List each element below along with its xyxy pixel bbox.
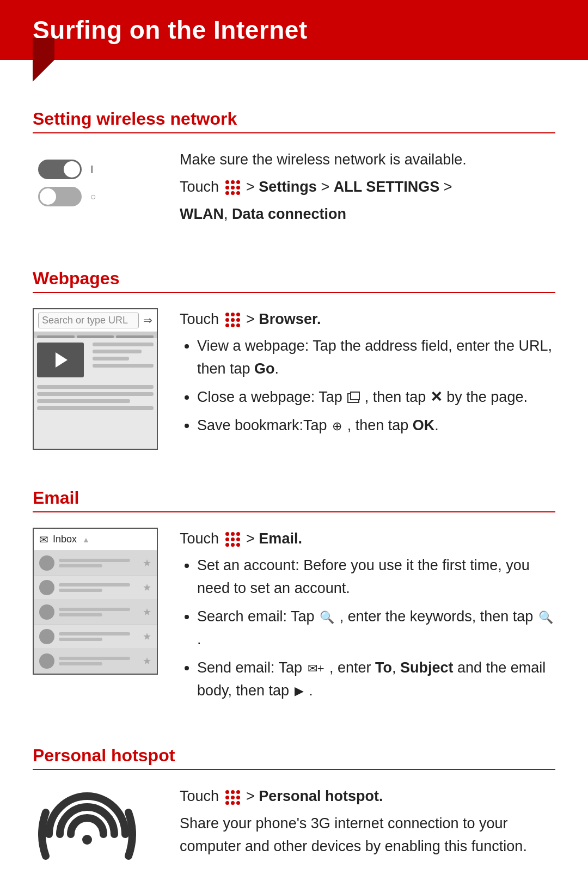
webpages-bullet-1: View a webpage: Tap the address field, e… bbox=[197, 335, 555, 381]
email-bullets: Set an account: Before you use it the fi… bbox=[180, 554, 555, 702]
play-button-icon bbox=[56, 352, 68, 368]
compose-icon: ✉+ bbox=[308, 659, 324, 678]
email-avatar-2 bbox=[39, 580, 54, 595]
apps-grid-icon-4 bbox=[225, 790, 240, 805]
browser-go-arrow: ⇒ bbox=[143, 314, 152, 327]
page-header: Surfing on the Internet bbox=[0, 0, 588, 60]
svg-point-0 bbox=[82, 835, 92, 845]
email-star-1: ★ bbox=[143, 557, 151, 569]
email-row-3: ★ bbox=[34, 600, 157, 625]
wireless-instruction: Touch > Settings > ALL SETTINGS > bbox=[180, 176, 555, 199]
email-bullet-1: Set an account: Before you use it the fi… bbox=[197, 554, 555, 600]
email-divider bbox=[33, 511, 555, 512]
email-lines-3 bbox=[59, 608, 138, 616]
header-triangle-decoration bbox=[33, 38, 54, 82]
hotspot-description: Share your phone's 3G internet connectio… bbox=[180, 812, 555, 858]
email-star-2: ★ bbox=[143, 582, 151, 594]
apps-grid-icon-3 bbox=[225, 532, 240, 547]
email-instruction: Touch > Email. bbox=[180, 528, 555, 551]
email-text: Touch > Email. Set an account: Before yo… bbox=[180, 528, 555, 708]
webpages-content: Search or type URL ⇒ bbox=[33, 308, 555, 450]
envelope-icon: ✉ bbox=[39, 533, 48, 546]
webpages-section: Webpages Search or type URL ⇒ bbox=[0, 247, 588, 466]
toggle-off-label: ○ bbox=[90, 191, 96, 203]
email-illustration: ✉ Inbox ▲ ★ bbox=[33, 528, 158, 675]
email-section: Email ✉ Inbox ▲ ★ bbox=[0, 466, 588, 724]
email-avatar-3 bbox=[39, 604, 54, 620]
wireless-desc: Make sure the wireless network is availa… bbox=[180, 149, 555, 172]
tabs-icon bbox=[347, 393, 359, 403]
hotspot-divider bbox=[33, 769, 555, 770]
send-icon: ▶ bbox=[295, 682, 304, 700]
browser-content bbox=[34, 338, 157, 418]
hotspot-svg-icon bbox=[38, 791, 136, 867]
toggle-illustration: I ○ bbox=[33, 149, 158, 217]
email-star-5: ★ bbox=[143, 655, 151, 667]
search-icon: 🔍 bbox=[320, 608, 334, 627]
email-avatar-4 bbox=[39, 629, 54, 644]
toggle-on-knob bbox=[64, 161, 80, 178]
hotspot-text: Touch > Personal hotspot. Share your pho… bbox=[180, 785, 555, 863]
wireless-path-bold: WLAN, Data connection bbox=[180, 203, 555, 226]
search-icon-2: 🔍 bbox=[538, 608, 553, 627]
email-section-title: Email bbox=[33, 488, 555, 508]
email-lines-2 bbox=[59, 583, 138, 592]
email-row-1: ★ bbox=[34, 551, 157, 576]
email-bullet-2: Search email: Tap 🔍 , enter the keywords… bbox=[197, 606, 555, 651]
browser-bottom-lines bbox=[37, 385, 154, 410]
email-row-5: ★ bbox=[34, 649, 157, 674]
email-row-4: ★ bbox=[34, 625, 157, 649]
email-inbox-header: ✉ Inbox ▲ bbox=[34, 529, 157, 551]
inbox-arrow: ▲ bbox=[82, 535, 90, 544]
webpages-bullets: View a webpage: Tap the address field, e… bbox=[180, 335, 555, 437]
webpages-section-title: Webpages bbox=[33, 268, 555, 289]
browser-mockup: Search or type URL ⇒ bbox=[33, 308, 158, 450]
browser-illustration: Search or type URL ⇒ bbox=[33, 308, 158, 450]
browser-url-field: Search or type URL bbox=[38, 313, 139, 328]
email-star-4: ★ bbox=[143, 631, 151, 643]
email-avatar-1 bbox=[39, 555, 54, 571]
inbox-label: Inbox bbox=[53, 534, 77, 545]
webpages-divider bbox=[33, 292, 555, 293]
hotspot-section-title: Personal hotspot bbox=[33, 745, 555, 766]
browser-video-thumb bbox=[37, 343, 84, 377]
hotspot-instruction: Touch > Personal hotspot. bbox=[180, 785, 555, 808]
email-bullet-3: Send email: Tap ✉+ , enter To, Subject a… bbox=[197, 657, 555, 702]
toggle-on-track bbox=[38, 160, 82, 179]
webpages-bullet-3: Save bookmark:Tap ⊕ , then tap OK. bbox=[197, 414, 555, 437]
wireless-text: Make sure the wireless network is availa… bbox=[180, 149, 555, 230]
toggle-off-knob bbox=[40, 188, 56, 205]
wireless-content: I ○ Make sure the wireless network is av… bbox=[33, 149, 555, 230]
browser-text-lines bbox=[93, 343, 154, 380]
webpages-bullet-2: Close a webpage: Tap , then tap ✕ by the… bbox=[197, 386, 555, 409]
webpages-text: Touch > Browser. View a webpage: Tap the… bbox=[180, 308, 555, 443]
email-avatar-5 bbox=[39, 653, 54, 669]
wireless-section: Setting wireless network I ○ bbox=[0, 87, 588, 247]
hotspot-illustration bbox=[33, 785, 158, 872]
wireless-illustration: I ○ bbox=[33, 149, 158, 217]
email-lines-1 bbox=[59, 559, 138, 567]
email-lines-4 bbox=[59, 632, 138, 641]
bookmark-icon: ⊕ bbox=[332, 417, 342, 436]
hotspot-section: Personal hotspot bbox=[0, 724, 588, 874]
wireless-divider bbox=[33, 132, 555, 133]
toggle-on-row: I bbox=[38, 160, 152, 179]
toggle-off-row: ○ bbox=[38, 187, 152, 206]
page-title: Surfing on the Internet bbox=[33, 15, 561, 45]
toggle-off-track bbox=[38, 187, 82, 206]
toggle-on-label: I bbox=[90, 163, 94, 176]
email-mockup: ✉ Inbox ▲ ★ bbox=[33, 528, 158, 675]
webpages-instruction: Touch > Browser. bbox=[180, 308, 555, 331]
email-star-3: ★ bbox=[143, 606, 151, 618]
wireless-section-title: Setting wireless network bbox=[33, 109, 555, 129]
hotspot-symbol-container bbox=[33, 785, 142, 872]
hotspot-content: Touch > Personal hotspot. Share your pho… bbox=[33, 785, 555, 872]
apps-grid-icon-2 bbox=[225, 313, 240, 327]
email-content: ✉ Inbox ▲ ★ bbox=[33, 528, 555, 708]
email-row-2: ★ bbox=[34, 576, 157, 600]
apps-grid-icon bbox=[225, 180, 240, 195]
browser-bar: Search or type URL ⇒ bbox=[34, 309, 157, 332]
email-lines-5 bbox=[59, 657, 138, 665]
